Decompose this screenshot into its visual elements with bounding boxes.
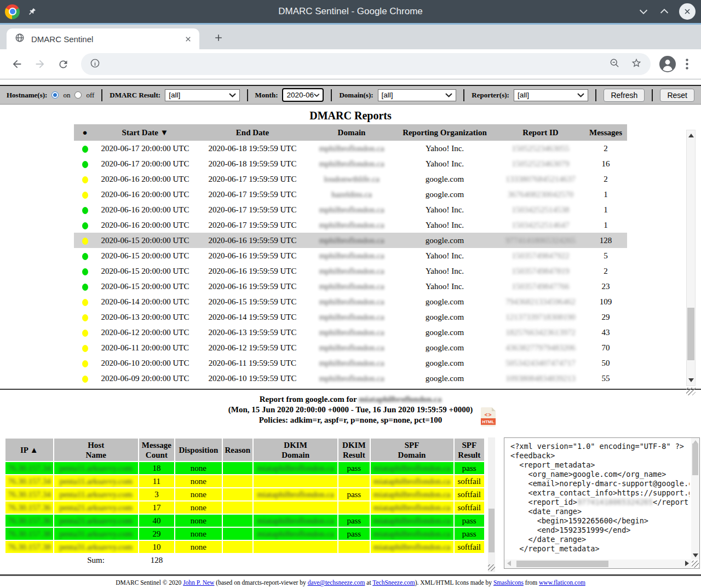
cell-reporting-org: Yahoo! Inc. (393, 217, 497, 233)
scroll-down-arrow[interactable] (693, 554, 698, 557)
report-row[interactable]: 2020-06-15 20:00:00 UTC2020-06-16 19:59:… (74, 248, 627, 263)
report-row[interactable]: 2020-06-13 20:00:00 UTC2020-06-14 19:59:… (74, 309, 627, 325)
detail-column-header[interactable]: Disposition (175, 439, 222, 461)
domain-select[interactable]: [all] (378, 89, 457, 101)
tab-close-icon[interactable] (182, 33, 194, 45)
cell-message-count: 10 (139, 541, 174, 553)
refresh-button[interactable]: Refresh (604, 89, 645, 102)
scrollbar-thumb[interactable] (516, 561, 608, 567)
browser-toolbar (0, 49, 701, 79)
status-dot-green (82, 222, 88, 229)
xml-content[interactable]: <?xml version="1.0" encoding="UTF-8" ?> … (510, 442, 689, 558)
footer-link[interactable]: dave@techsneeze.com (308, 579, 365, 586)
redacted-value: penta31.arksavvy.com (59, 543, 133, 551)
html-file-icon[interactable]: <> HTML (481, 407, 496, 426)
filter-bar: Hostname(s): on off DMARC Result: [all] … (0, 85, 701, 105)
xml-resize-grip[interactable] (692, 561, 699, 568)
scroll-up-arrow[interactable] (688, 134, 694, 137)
hostname-off-radio[interactable] (74, 91, 82, 99)
scroll-right-arrow[interactable] (685, 561, 689, 566)
page-info-icon[interactable] (90, 58, 100, 71)
detail-column-header[interactable]: Reason (223, 439, 252, 461)
reports-column-header[interactable]: ● (74, 124, 96, 141)
cell-end-date: 2020-06-10 19:59:59 UTC (194, 371, 311, 386)
scrollbar-thumb[interactable] (687, 308, 694, 360)
report-row[interactable]: 2020-06-15 20:00:00 UTC2020-06-16 19:59:… (74, 263, 627, 279)
report-row[interactable]: 2020-06-16 20:00:00 UTC2020-06-17 19:59:… (74, 187, 627, 202)
reports-column-header[interactable]: End Date (194, 124, 311, 141)
report-row[interactable]: 2020-06-09 20:00:00 UTC2020-06-10 19:59:… (74, 371, 627, 386)
reports-scrollbar[interactable] (686, 130, 696, 386)
minimize-button[interactable] (637, 5, 650, 18)
reports-column-header[interactable]: Reporting Organization (393, 124, 497, 141)
scroll-down-arrow[interactable] (688, 378, 694, 382)
scrollbar-thumb[interactable] (692, 443, 698, 475)
cell-reason (223, 515, 252, 527)
footer-link[interactable]: John P. New (183, 579, 214, 586)
report-row[interactable]: 2020-06-15 20:00:00 UTC2020-06-16 19:59:… (74, 233, 627, 248)
detail-resize-grip[interactable] (488, 564, 495, 571)
reports-column-header[interactable]: Report ID (497, 124, 584, 141)
detail-scrollbar[interactable] (488, 437, 495, 572)
cell-spf-result: pass (455, 528, 484, 540)
address-bar[interactable] (81, 53, 651, 75)
new-tab-button[interactable] (210, 30, 227, 46)
back-button[interactable] (8, 55, 26, 73)
detail-column-header[interactable]: Message Count (139, 439, 174, 461)
reporter-select[interactable]: [all] (514, 89, 588, 101)
xml-horizontal-scrollbar[interactable] (504, 560, 691, 568)
xml-vertical-scrollbar[interactable] (691, 438, 699, 560)
detail-column-header[interactable]: IP ▲ (5, 439, 53, 461)
report-row[interactable]: 2020-06-12 20:00:00 UTC2020-06-13 19:59:… (74, 325, 627, 340)
cell-disposition: none (175, 528, 222, 540)
report-row[interactable]: 2020-06-11 20:00:00 UTC2020-06-12 19:59:… (74, 340, 627, 355)
report-row[interactable]: 2020-06-15 20:00:00 UTC2020-06-16 19:59:… (74, 279, 627, 294)
xml-viewer[interactable]: <?xml version="1.0" encoding="UTF-8" ?> … (504, 437, 700, 569)
report-row[interactable]: 2020-06-16 20:00:00 UTC2020-06-17 19:59:… (74, 202, 627, 217)
detail-column-header[interactable]: DKIM Result (338, 439, 369, 461)
maximize-button[interactable] (658, 5, 670, 18)
close-button[interactable] (679, 3, 696, 20)
reports-column-header[interactable]: Start Date ▼ (96, 124, 194, 141)
month-select[interactable]: 2020-06 (282, 88, 324, 102)
profile-avatar[interactable] (659, 56, 676, 72)
browser-menu-icon[interactable] (680, 55, 693, 73)
scroll-left-arrow[interactable] (507, 561, 511, 566)
detail-column-header[interactable]: SPF Domain (371, 439, 453, 461)
zoom-indicator-icon[interactable] (609, 57, 620, 71)
detail-column-header[interactable]: Host Name (54, 439, 138, 461)
footer-link[interactable]: TechSneeze.com (372, 579, 415, 586)
cell-spf-domain: miataphilbroflondon.ca (371, 501, 453, 514)
cell-spf-result: pass (455, 462, 484, 474)
footer-link[interactable]: Smashicons (493, 579, 524, 586)
detail-column-header[interactable]: SPF Result (455, 439, 484, 461)
report-row[interactable]: 2020-06-14 20:00:00 UTC2020-06-15 19:59:… (74, 294, 627, 309)
browser-tab[interactable]: DMARC Sentinel (7, 28, 199, 49)
report-row[interactable]: 2020-06-16 20:00:00 UTC2020-06-17 19:59:… (74, 217, 627, 233)
report-row[interactable]: 2020-06-10 20:00:00 UTC2020-06-11 19:59:… (74, 355, 627, 371)
redacted-report-id: 50534243407474717 (505, 359, 576, 367)
dmarc-result-select[interactable]: [all] (165, 89, 239, 101)
hostname-on-radio[interactable] (51, 91, 59, 99)
chevron-down-icon (314, 93, 319, 97)
scrollbar-thumb[interactable] (489, 509, 495, 552)
pin-icon[interactable] (27, 7, 37, 16)
cell-domain: mphilbroflondon.ca (311, 248, 393, 263)
reports-column-header[interactable]: Messages (584, 124, 627, 141)
report-row[interactable]: 2020-06-16 20:00:00 UTC2020-06-17 19:59:… (74, 171, 627, 187)
cell-status (74, 217, 96, 233)
cell-ip: 76.30.157.34 (5, 488, 53, 500)
detail-column-header[interactable]: DKIM Domain (254, 439, 337, 461)
cell-domain: mphilbroflondon.ca (311, 355, 393, 371)
bookmark-star-icon[interactable] (631, 57, 642, 71)
cell-messages: 29 (584, 309, 627, 325)
cell-start-date: 2020-06-10 20:00:00 UTC (96, 355, 194, 371)
report-row[interactable]: 2020-06-17 20:00:00 UTC2020-06-18 19:59:… (74, 156, 627, 171)
reports-column-header[interactable]: Domain (311, 124, 393, 141)
footer-link[interactable]: www.flaticon.com (539, 579, 585, 586)
reload-button[interactable] (54, 55, 72, 73)
reset-button[interactable]: Reset (660, 89, 694, 102)
forward-button[interactable] (31, 55, 49, 73)
report-row[interactable]: 2020-06-17 20:00:00 UTC2020-06-18 19:59:… (74, 141, 627, 156)
cell-messages: 5 (584, 248, 627, 263)
